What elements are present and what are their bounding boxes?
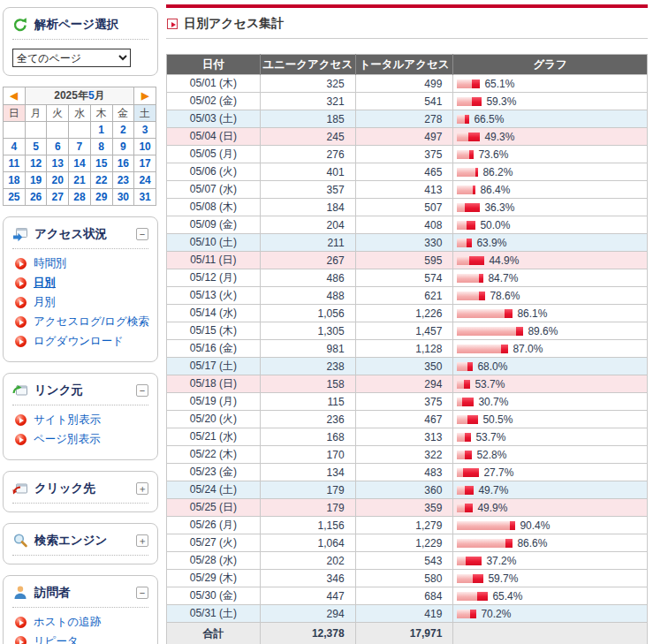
calendar-day[interactable]: 19	[25, 172, 47, 189]
calendar-prev-button[interactable]: ◀	[4, 87, 26, 105]
calendar-day[interactable]: 23	[112, 172, 134, 189]
graph-cell: 78.6%	[453, 287, 648, 305]
calendar-day[interactable]: 8	[90, 139, 112, 155]
calendar-day[interactable]: 28	[69, 189, 91, 206]
sidebar-link[interactable]: ログダウンロード	[34, 334, 124, 349]
sidebar-menu-item: アクセスログ/ログ検索	[15, 314, 148, 330]
percentage-label: 44.9%	[489, 254, 519, 267]
ratio-bar	[457, 468, 479, 477]
sidebar-link[interactable]: ページ別表示	[34, 432, 101, 447]
sidebar-link[interactable]: アクセスログ/ログ検索	[34, 314, 149, 330]
unique-access-cell: 211	[260, 234, 355, 252]
calendar-day[interactable]: 6	[47, 139, 69, 155]
calendar-next-button[interactable]: ▶	[134, 87, 156, 105]
calendar-day[interactable]: 11	[4, 155, 26, 172]
sidebar-link[interactable]: サイト別表示	[34, 413, 101, 428]
calendar-day[interactable]: 9	[112, 139, 134, 155]
sidebar-link[interactable]: 日別	[34, 276, 56, 291]
calendar-day[interactable]: 5	[25, 139, 47, 155]
calendar-day[interactable]: 14	[69, 155, 91, 172]
percentage-label: 70.2%	[481, 608, 511, 620]
percentage-label: 66.5%	[474, 113, 504, 125]
table-row: 05/03 (土)18527866.5%	[167, 110, 648, 128]
total-unique-value: 12,378	[260, 623, 355, 644]
graph-cell: 73.6%	[453, 146, 648, 163]
calendar-day[interactable]: 2	[112, 122, 134, 139]
percentage-label: 49.9%	[477, 502, 507, 514]
page-select-dropdown[interactable]: 全てのページ	[12, 49, 131, 67]
calendar-day[interactable]: 21	[69, 172, 91, 189]
calendar-day[interactable]: 17	[134, 155, 156, 172]
percentage-label: 86.6%	[517, 537, 547, 549]
unique-access-cell: 134	[260, 464, 355, 481]
calendar-day[interactable]: 31	[134, 189, 156, 206]
calendar-day[interactable]: 13	[47, 155, 69, 172]
calendar-day[interactable]: 20	[47, 172, 69, 189]
calendar-day[interactable]: 30	[112, 189, 134, 206]
calendar-day[interactable]: 18	[4, 172, 26, 189]
sidebar-link[interactable]: ホストの追跡	[34, 615, 101, 630]
calendar-day[interactable]: 1	[90, 122, 112, 139]
calendar-day[interactable]: 29	[90, 189, 112, 206]
table-row: 05/10 (土)21133063.9%	[167, 234, 648, 252]
expand-toggle[interactable]: ＋	[136, 482, 148, 495]
sidebar-link[interactable]: リピータ	[34, 634, 79, 644]
date-cell: 05/11 (日)	[167, 252, 261, 269]
ratio-bar	[457, 486, 474, 495]
unique-access-cell: 184	[260, 199, 355, 216]
calendar-day[interactable]: 3	[134, 122, 156, 139]
table-row: 05/04 (日)24549749.3%	[167, 128, 648, 146]
calendar-day[interactable]: 15	[90, 155, 112, 172]
panel-link-source: リンク元 − サイト別表示ページ別表示	[3, 373, 158, 460]
collapse-toggle[interactable]: −	[136, 587, 148, 599]
calendar-day[interactable]: 7	[69, 139, 91, 155]
calendar-day[interactable]: 16	[112, 155, 134, 172]
graph-cell: 27.7%	[453, 464, 648, 481]
table-row: 05/21 (水)16831353.7%	[167, 428, 648, 446]
calendar-day[interactable]: 27	[47, 189, 69, 206]
graph-cell: 63.9%	[453, 234, 648, 252]
calendar-day[interactable]: 12	[25, 155, 47, 172]
graph-cell: 66.5%	[453, 110, 648, 128]
graph-cell: 30.7%	[453, 393, 648, 411]
date-cell: 05/06 (火)	[167, 163, 261, 181]
total-access-cell: 465	[355, 163, 453, 181]
date-cell: 05/21 (水)	[167, 428, 261, 446]
table-row: 05/26 (月)1,1561,27990.4%	[167, 517, 648, 534]
calendar-day[interactable]: 22	[90, 172, 112, 189]
date-cell: 05/09 (金)	[167, 216, 261, 234]
refresh-icon	[12, 17, 28, 33]
percentage-label: 53.7%	[475, 431, 505, 443]
panel-title: 検索エンジン	[34, 533, 107, 549]
calendar-day[interactable]: 4	[4, 139, 26, 155]
date-cell: 05/07 (水)	[167, 181, 261, 199]
collapse-toggle[interactable]: −	[136, 384, 148, 397]
sidebar-menu-item: 時間別	[15, 256, 148, 271]
calendar-day[interactable]: 25	[4, 189, 26, 206]
collapse-toggle[interactable]: −	[136, 228, 148, 240]
ratio-bar	[457, 292, 485, 300]
percentage-label: 89.6%	[528, 325, 558, 337]
calendar-day[interactable]: 10	[134, 139, 156, 155]
graph-cell: 44.9%	[453, 252, 648, 269]
total-access-cell: 278	[355, 110, 453, 128]
percentage-label: 50.0%	[480, 219, 510, 231]
unique-access-cell: 202	[260, 552, 355, 570]
sidebar-menu-item: ホストの追跡	[15, 615, 148, 630]
date-cell: 05/26 (月)	[167, 517, 261, 534]
sidebar-link[interactable]: 月別	[34, 295, 56, 310]
calendar-day[interactable]: 26	[25, 189, 47, 206]
percentage-label: 59.3%	[486, 95, 516, 108]
unique-access-cell: 401	[260, 163, 355, 181]
sidebar-link[interactable]: 時間別	[34, 256, 67, 271]
sidebar-menu-item: サイト別表示	[15, 413, 148, 428]
expand-toggle[interactable]: ＋	[136, 534, 148, 547]
ratio-bar	[457, 574, 483, 583]
date-cell: 05/02 (金)	[167, 93, 261, 110]
total-access-cell: 507	[355, 199, 453, 216]
percentage-label: 27.7%	[483, 466, 513, 479]
window-arrow-icon	[12, 226, 28, 242]
table-row: 05/19 (月)11537530.7%	[167, 393, 648, 411]
calendar-day[interactable]: 24	[134, 172, 156, 189]
total-access-cell: 1,457	[355, 322, 453, 340]
